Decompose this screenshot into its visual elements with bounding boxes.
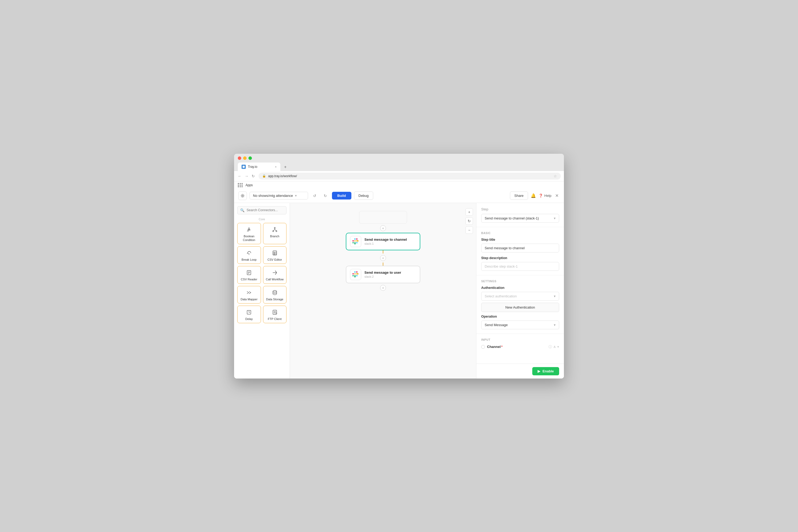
node-1-subtitle: slack-1 [364, 242, 416, 245]
apps-label: Apps [246, 183, 253, 187]
share-button[interactable]: Share [510, 191, 528, 200]
search-box[interactable]: 🔍 [237, 206, 286, 214]
node-2-title: Send message to user [364, 270, 416, 274]
svg-rect-35 [353, 275, 354, 277]
maximize-traffic-light[interactable] [248, 156, 252, 160]
call-workflow-card[interactable]: Call Workflow [263, 266, 287, 284]
help-button[interactable]: ❓ Help [539, 194, 551, 198]
address-bar: ← → ↻ 🔒 app.tray.io/workflow/ ☆ [234, 171, 564, 181]
call-workflow-icon [272, 269, 278, 276]
channel-variable-icon[interactable]: A [554, 345, 556, 348]
data-storage-icon [272, 289, 278, 296]
trigger-node[interactable] [359, 211, 407, 224]
workflow-nodes: + [346, 211, 420, 292]
channel-radio-button[interactable] [481, 345, 485, 349]
settings-section-label: SETTINGS [481, 280, 559, 283]
tab-bar: Tray.io × + [238, 163, 560, 171]
toolbar-right: Share 🔔 ❓ Help ✕ [510, 191, 560, 200]
url-bar[interactable]: 🔒 app.tray.io/workflow/ ☆ [259, 173, 561, 179]
enable-button[interactable]: ▶ Enable [532, 367, 559, 375]
call-workflow-label: Call Workflow [266, 278, 284, 281]
right-panel: Step Send message to channel (slack-1) ▾… [476, 203, 564, 379]
workflow-name: No shows/mtg attendance [253, 194, 293, 198]
build-button[interactable]: Build [332, 192, 352, 200]
break-loop-card[interactable]: Break Loop [237, 246, 261, 264]
step-chevron-icon: ▾ [554, 216, 556, 220]
undo-button[interactable]: ↺ [311, 192, 319, 200]
data-mapper-card[interactable]: Data Mapper [237, 286, 261, 304]
channel-dropdown-icon[interactable]: ▾ [557, 345, 559, 349]
step-description-input[interactable] [481, 262, 559, 271]
debug-button[interactable]: Debug [354, 191, 373, 200]
panel-footer: ▶ Enable [476, 364, 564, 379]
bookmark-star-icon[interactable]: ☆ [554, 174, 557, 178]
auth-chevron-icon: ▾ [554, 294, 556, 298]
add-node-button-2[interactable]: + [380, 255, 386, 261]
break-loop-label: Break Loop [242, 258, 256, 262]
channel-info-icon[interactable]: ⓘ [549, 344, 552, 349]
back-button[interactable]: ← [237, 173, 242, 179]
boolean-condition-label: Boolean Condition [240, 234, 259, 242]
settings-gear-button[interactable] [238, 191, 247, 200]
canvas-refresh-button[interactable]: ↻ [466, 217, 473, 225]
step-select-dropdown[interactable]: Send message to channel (slack-1) ▾ [481, 214, 559, 223]
canvas-area[interactable]: + ↻ − + [290, 203, 476, 379]
zoom-in-button[interactable]: + [466, 208, 473, 216]
input-section-label: INPUT [481, 338, 559, 341]
notification-bell-icon[interactable]: 🔔 [531, 193, 536, 198]
svg-rect-36 [356, 271, 358, 273]
send-message-channel-node[interactable]: Send message to channel slack-1 [346, 233, 420, 250]
workflow-select-dropdown[interactable]: No shows/mtg attendance ▾ [249, 192, 308, 200]
csv-reader-label: CSV Reader [241, 278, 257, 281]
branch-card[interactable]: Branch [263, 223, 287, 244]
chevron-down-icon: ▾ [295, 194, 297, 198]
csv-reader-card[interactable]: CSV Reader [237, 266, 261, 284]
operation-value: Send Message [484, 323, 508, 327]
new-authentication-button[interactable]: New Authentication [481, 303, 559, 312]
close-button[interactable]: ✕ [554, 192, 560, 199]
csv-editor-card[interactable]: CSV Editor [263, 246, 287, 264]
zoom-out-button[interactable]: − [466, 226, 473, 234]
send-message-user-node[interactable]: Send message to user slack-2 [346, 266, 420, 283]
traffic-lights [238, 156, 560, 160]
slack-icon-node-1 [350, 236, 361, 247]
add-node-button-1[interactable]: + [380, 225, 386, 231]
svg-point-15 [273, 290, 277, 292]
step-title-input[interactable] [481, 244, 559, 252]
core-section-label: Core [234, 217, 290, 221]
play-icon: ▶ [537, 369, 540, 373]
ftp-client-card[interactable]: FTP Client [263, 306, 287, 323]
svg-rect-26 [356, 242, 358, 243]
svg-rect-23 [354, 240, 356, 242]
svg-rect-24 [354, 242, 356, 244]
main-layout: 🔍 Core Boolean Condition [234, 203, 564, 379]
boolean-condition-icon [246, 226, 252, 233]
help-label: Help [544, 194, 551, 198]
auth-select-dropdown[interactable]: Select authentication ▾ [481, 292, 559, 301]
operation-select-dropdown[interactable]: Send Message ▾ [481, 321, 559, 329]
node-1-title: Send message to channel [364, 238, 416, 242]
data-storage-card[interactable]: Data Storage [263, 286, 287, 304]
svg-rect-33 [356, 273, 359, 274]
help-circle-icon: ❓ [539, 194, 543, 198]
redo-button[interactable]: ↻ [321, 192, 329, 200]
add-node-button-3[interactable]: + [380, 285, 386, 291]
svg-rect-22 [354, 238, 356, 240]
svg-rect-29 [353, 273, 354, 274]
forward-button[interactable]: → [244, 173, 249, 179]
data-mapper-icon [246, 289, 252, 296]
svg-rect-28 [356, 238, 358, 240]
sidebar: 🔍 Core Boolean Condition [234, 203, 290, 379]
new-tab-button[interactable]: + [281, 163, 289, 171]
boolean-condition-card[interactable]: Boolean Condition [237, 223, 261, 244]
delay-card[interactable]: Delay [237, 306, 261, 323]
step-select-value: Send message to channel (slack-1) [484, 216, 539, 220]
svg-rect-27 [353, 242, 354, 243]
refresh-button[interactable]: ↻ [251, 173, 255, 179]
minimize-traffic-light[interactable] [243, 156, 247, 160]
search-input[interactable] [247, 208, 288, 212]
slack-icon-node-2 [350, 269, 361, 280]
tab-close-button[interactable]: × [275, 165, 277, 168]
close-traffic-light[interactable] [238, 156, 241, 160]
active-tab[interactable]: Tray.io × [238, 163, 280, 171]
